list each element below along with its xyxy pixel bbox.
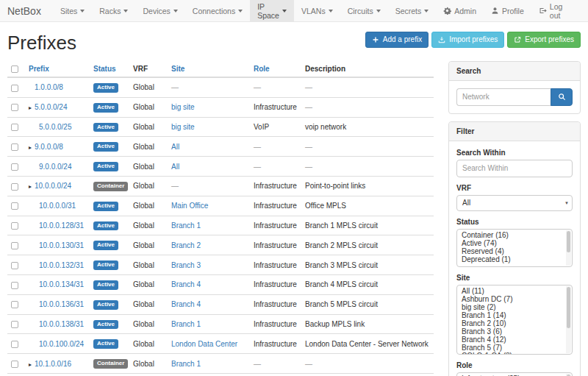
- scrollbar[interactable]: [566, 286, 571, 353]
- nav-item-connections[interactable]: Connections: [185, 0, 250, 21]
- prefix-link[interactable]: 10.0.0.134/31: [39, 280, 84, 288]
- scrollbar-thumb[interactable]: [567, 287, 570, 328]
- chevron-down-icon: [80, 10, 85, 13]
- nav-item-circuits[interactable]: Circuits: [340, 0, 388, 21]
- cell-site: All: [168, 157, 250, 177]
- filter-select-vrf[interactable]: All▼: [456, 195, 573, 211]
- site-link[interactable]: All: [171, 143, 179, 151]
- nav-item-admin[interactable]: Admin: [436, 0, 484, 21]
- cell-site: big site: [168, 117, 250, 137]
- row-checkbox[interactable]: [11, 262, 18, 269]
- list-option[interactable]: Ashburn DC (7): [457, 295, 572, 303]
- row-checkbox[interactable]: [11, 202, 18, 210]
- status-badge: Active: [93, 83, 118, 93]
- list-option[interactable]: All (11): [457, 287, 572, 295]
- prefix-link[interactable]: 5.0.0.0/25: [39, 123, 71, 131]
- expand-icon[interactable]: ▸: [29, 104, 35, 111]
- column-sort-link[interactable]: Prefix: [29, 65, 49, 73]
- expand-icon[interactable]: ▸: [29, 361, 35, 368]
- site-link[interactable]: Branch 1: [171, 320, 201, 328]
- site-link[interactable]: All: [171, 163, 179, 171]
- nav-item-log-out[interactable]: Log out: [531, 0, 581, 21]
- nav-item-devices[interactable]: Devices: [135, 0, 184, 21]
- site-link[interactable]: Branch 3: [171, 261, 201, 269]
- scrollbar[interactable]: [566, 230, 571, 266]
- site-link[interactable]: Main Office: [171, 202, 208, 210]
- column-sort-link[interactable]: Site: [171, 65, 184, 73]
- site-link[interactable]: Branch 1: [171, 221, 201, 230]
- expand-icon[interactable]: ▸: [29, 183, 35, 190]
- list-option[interactable]: Branch 1 (14): [457, 311, 572, 319]
- row-checkbox[interactable]: [11, 124, 18, 131]
- prefix-link[interactable]: 1.0.0.0/8: [35, 83, 63, 91]
- row-checkbox[interactable]: [11, 321, 18, 328]
- list-option[interactable]: Active (74): [457, 239, 572, 247]
- row-checkbox[interactable]: [11, 222, 18, 230]
- row-checkbox[interactable]: [11, 282, 18, 289]
- prefix-link[interactable]: 10.0.0.0/24: [35, 182, 71, 190]
- site-link[interactable]: big site: [171, 103, 195, 111]
- site-link[interactable]: Branch 4: [171, 280, 201, 288]
- user-nav: AdminProfileLog out: [436, 0, 581, 21]
- nav-item-secrets[interactable]: Secrets: [388, 0, 437, 21]
- scrollbar[interactable]: [566, 374, 571, 376]
- list-option[interactable]: COLO-1-CA (3): [457, 352, 572, 355]
- prefix-link[interactable]: 10.0.0.132/31: [39, 261, 84, 269]
- prefix-link[interactable]: 5.0.0.0/24: [35, 103, 67, 111]
- import-prefixes-button[interactable]: Import prefixes: [431, 32, 504, 48]
- column-sort-link[interactable]: Status: [93, 65, 116, 73]
- expand-icon[interactable]: ▸: [29, 144, 35, 151]
- nav-item-ip-space[interactable]: IP Space: [250, 0, 294, 21]
- prefix-link[interactable]: 10.0.100.0/24: [39, 340, 84, 348]
- scrollbar-thumb[interactable]: [567, 231, 570, 253]
- vrf-value: Global: [133, 261, 154, 269]
- list-option[interactable]: Reserved (4): [457, 247, 572, 255]
- row-checkbox[interactable]: [11, 301, 18, 308]
- select-all-checkbox[interactable]: [11, 65, 18, 73]
- site-link[interactable]: Branch 4: [171, 300, 201, 308]
- search-input[interactable]: [456, 88, 551, 106]
- row-checkbox[interactable]: [11, 143, 18, 151]
- list-option[interactable]: Branch 3 (6): [457, 327, 572, 336]
- nav-item-label: Connections: [193, 7, 235, 15]
- prefix-link[interactable]: 9.0.0.0/24: [39, 163, 71, 171]
- list-option[interactable]: Container (16): [457, 231, 572, 239]
- prefix-link[interactable]: 10.0.0.136/31: [39, 300, 84, 308]
- row-checkbox[interactable]: [11, 104, 18, 111]
- site-link[interactable]: Branch 2: [171, 241, 201, 249]
- nav-item-racks[interactable]: Racks: [92, 0, 135, 21]
- role-value: Infrastructure: [254, 320, 297, 328]
- nav-item-profile[interactable]: Profile: [484, 0, 531, 21]
- row-checkbox[interactable]: [11, 163, 18, 171]
- prefix-link[interactable]: 10.0.0.128/31: [39, 221, 84, 230]
- export-prefixes-button[interactable]: Export prefixes: [507, 32, 581, 48]
- list-option[interactable]: Branch 5 (7): [457, 344, 572, 352]
- cell-select: [7, 373, 25, 376]
- site-link[interactable]: Branch 1: [171, 360, 201, 368]
- add-a-prefix-button[interactable]: Add a prefix: [365, 32, 429, 48]
- list-option[interactable]: Branch 4 (12): [457, 336, 572, 344]
- nav-item-sites[interactable]: Sites: [53, 0, 92, 21]
- nav-item-vlans[interactable]: VLANs: [294, 0, 340, 21]
- cell-role: Infrastructure: [250, 216, 301, 235]
- filter-input-search-within[interactable]: [456, 160, 573, 177]
- site-link[interactable]: London Data Center: [171, 340, 237, 348]
- row-checkbox[interactable]: [11, 361, 18, 368]
- list-option[interactable]: big site (2): [457, 303, 572, 311]
- list-option[interactable]: Deprecated (1): [457, 255, 572, 263]
- prefix-link[interactable]: 9.0.0.0/8: [35, 143, 63, 151]
- list-option[interactable]: Branch 2 (10): [457, 319, 572, 327]
- site-link[interactable]: big site: [171, 123, 195, 131]
- prefix-link[interactable]: 10.0.0.0/31: [39, 202, 76, 210]
- prefix-link[interactable]: 10.1.0.0/16: [35, 360, 71, 368]
- row-checkbox[interactable]: [11, 183, 18, 191]
- prefix-link[interactable]: 10.0.0.130/31: [39, 241, 84, 249]
- column-sort-link[interactable]: Role: [254, 65, 270, 73]
- row-checkbox[interactable]: [11, 341, 18, 348]
- search-button[interactable]: [551, 88, 573, 106]
- row-checkbox[interactable]: [11, 242, 18, 249]
- brand[interactable]: NetBox: [7, 0, 53, 21]
- prefix-link[interactable]: 10.0.0.138/31: [39, 320, 84, 328]
- row-checkbox[interactable]: [11, 85, 18, 92]
- table-row: 10.0.100.0/24ActiveGlobalLondon Data Cen…: [7, 334, 434, 354]
